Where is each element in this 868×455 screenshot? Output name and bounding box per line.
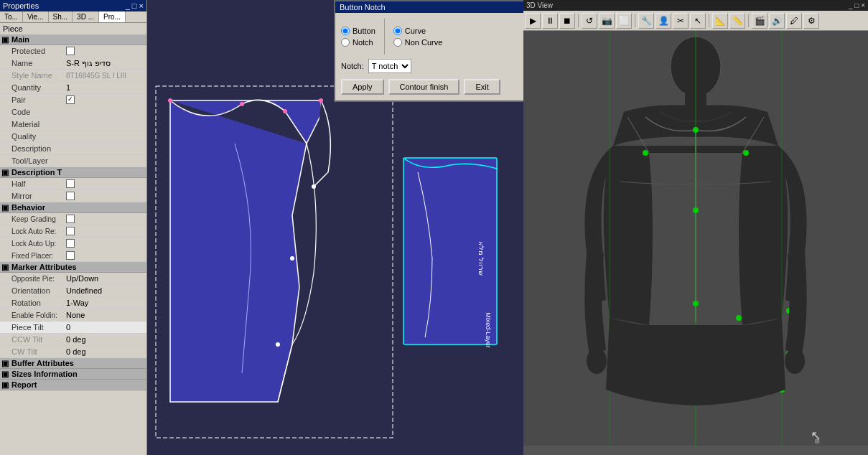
toolbar-cursor-btn[interactable]: ↖ bbox=[690, 13, 706, 29]
prop-piece-tilt: Piece Tilt 0 bbox=[0, 322, 146, 334]
section-marker-header[interactable]: ▣ Marker Attributes bbox=[0, 262, 146, 273]
tab-to[interactable]: To... bbox=[0, 11, 23, 22]
tab-sh[interactable]: Sh... bbox=[49, 11, 73, 22]
section-report-header[interactable]: ▣ Report bbox=[0, 380, 146, 390]
properties-panel: Properties _ □ × To... Vie... Sh... 3D .… bbox=[0, 0, 147, 455]
prop-name: Name S-R סדיפ גוף bbox=[0, 57, 146, 70]
prop-fixed-placer-checkbox[interactable] bbox=[66, 251, 75, 260]
tab-pro[interactable]: Pro... bbox=[99, 11, 126, 22]
apply-button[interactable]: Apply bbox=[341, 79, 384, 95]
notch-label: Notch: bbox=[341, 62, 364, 70]
prop-lock-auto-re-label: Lock Auto Re: bbox=[1, 228, 66, 235]
prop-keep-grading-checkbox[interactable] bbox=[66, 215, 75, 223]
prop-quantity-value[interactable]: 1 bbox=[66, 83, 145, 92]
prop-rotation-label: Rotation bbox=[1, 299, 66, 307]
prop-opposite-pie-value[interactable]: Up/Down bbox=[66, 274, 145, 283]
prop-keep-grading-label: Keep Grading bbox=[1, 215, 66, 223]
prop-name-label: Name bbox=[1, 59, 66, 67]
prop-lock-auto-re-checkbox[interactable] bbox=[66, 227, 75, 235]
prop-lock-auto-up-label: Lock Auto Up: bbox=[1, 240, 66, 248]
contour-finish-button[interactable]: Contour finish bbox=[388, 79, 460, 95]
prop-half-checkbox[interactable] bbox=[66, 179, 75, 188]
toolbar-pen-btn[interactable]: 🖊 bbox=[786, 13, 802, 29]
prop-opposite-pie: Opposite Pie: Up/Down bbox=[0, 273, 146, 285]
tab-3d[interactable]: 3D ... bbox=[73, 11, 99, 22]
svg-point-22 bbox=[693, 127, 699, 133]
prop-quality: Quality bbox=[0, 131, 146, 143]
dialog-group2: Curve Non Curve bbox=[393, 27, 443, 47]
toolbar-settings-btn[interactable]: ⚙ bbox=[803, 13, 819, 29]
right-title: 3D View bbox=[526, 1, 553, 9]
section-sizes-label: Sizes Information bbox=[11, 370, 78, 378]
expand-report-icon: ▣ bbox=[1, 380, 10, 389]
prop-fixed-placer: Fixed Placer: bbox=[0, 250, 146, 262]
prop-pair-checkbox[interactable] bbox=[66, 95, 75, 104]
prop-piece-tilt-value[interactable]: 0 bbox=[66, 323, 145, 332]
toolbar-frame-btn[interactable]: ⬜ bbox=[616, 13, 632, 29]
svg-point-7 bbox=[240, 102, 244, 106]
toolbar-sound-btn[interactable]: 🔊 bbox=[769, 13, 785, 29]
prop-name-value[interactable]: S-R סדיפ גוף bbox=[66, 59, 145, 68]
expand-behavior-icon: ▣ bbox=[1, 203, 10, 212]
toolbar-measure-btn[interactable]: 📐 bbox=[712, 13, 728, 29]
toolbar-camera-btn[interactable]: 📷 bbox=[599, 13, 615, 29]
panel-title: Properties bbox=[3, 1, 39, 10]
exit-button[interactable]: Exit bbox=[464, 79, 500, 95]
radio-button-label: Button bbox=[353, 27, 375, 35]
radio-curve-input[interactable] bbox=[393, 27, 402, 35]
toolbar-tool-btn[interactable]: 🔧 bbox=[638, 13, 654, 29]
radio-non-curve-input[interactable] bbox=[393, 38, 402, 47]
radio-button[interactable]: Button bbox=[341, 27, 375, 35]
prop-code-label: Code bbox=[1, 108, 66, 116]
prop-enable-folding: Enable Foldin: None bbox=[0, 309, 146, 322]
prop-description-label: Description bbox=[1, 144, 66, 153]
prop-keep-grading: Keep Grading bbox=[0, 213, 146, 225]
section-behavior-label: Behavior bbox=[11, 203, 45, 212]
toolbar-person-btn[interactable]: 👤 bbox=[655, 13, 671, 29]
radio-button-input[interactable] bbox=[341, 27, 350, 35]
toolbar-reset-btn[interactable]: ↺ bbox=[582, 13, 597, 29]
notch-select[interactable]: T notch V notch U notch bbox=[368, 59, 411, 73]
svg-point-31 bbox=[587, 348, 607, 374]
section-main-header[interactable]: ▣ Main bbox=[0, 34, 146, 45]
radio-non-curve[interactable]: Non Curve bbox=[393, 38, 443, 47]
radio-curve-label: Curve bbox=[405, 27, 426, 35]
panel-tabs: To... Vie... Sh... 3D ... Pro... bbox=[0, 11, 146, 23]
toolbar-stop-btn[interactable]: ⏹ bbox=[559, 13, 575, 29]
prop-rotation-value[interactable]: 1-Way bbox=[66, 299, 145, 307]
tab-vie[interactable]: Vie... bbox=[23, 11, 49, 22]
svg-text:שרוול מלא: שרוול מלא bbox=[477, 241, 485, 276]
prop-enable-folding-value[interactable]: None bbox=[66, 311, 145, 319]
prop-orientation-value[interactable]: Undefined bbox=[66, 286, 145, 295]
radio-notch-label: Notch bbox=[353, 38, 373, 47]
radio-curve[interactable]: Curve bbox=[393, 27, 443, 35]
prop-style-name: Style Name 8T16845G SL I LIII bbox=[0, 70, 146, 82]
toolbar-record-btn[interactable]: 🎬 bbox=[752, 13, 767, 29]
prop-ccw-tilt: CCW Tilt 0 deg bbox=[0, 334, 146, 346]
section-description-header[interactable]: ▣ Description T bbox=[0, 167, 146, 178]
radio-notch-input[interactable] bbox=[341, 38, 350, 47]
section-report-label: Report bbox=[11, 380, 37, 389]
toolbar-ruler-btn[interactable]: 📏 bbox=[729, 13, 745, 29]
prop-protected-checkbox[interactable] bbox=[66, 47, 75, 55]
prop-ccw-tilt-label: CCW Tilt bbox=[1, 335, 66, 344]
toolbar-cut-btn[interactable]: ✂ bbox=[673, 13, 689, 29]
pattern-canvas[interactable]: Button Notch × Button Notch bbox=[147, 0, 523, 455]
svg-point-32 bbox=[785, 348, 805, 374]
svg-text:Mixed-Layer: Mixed-Layer bbox=[485, 312, 492, 348]
toolbar-sep1 bbox=[578, 14, 579, 27]
section-sizes-header[interactable]: ▣ Sizes Information bbox=[0, 369, 146, 380]
section-behavior-header[interactable]: ▣ Behavior bbox=[0, 202, 146, 213]
prop-protected-label: Protected bbox=[1, 47, 66, 55]
prop-pair: Pair bbox=[0, 94, 146, 106]
radio-notch[interactable]: Notch bbox=[341, 38, 375, 47]
toolbar-play-btn[interactable]: ▶ bbox=[525, 13, 541, 29]
viewport-3d[interactable]: ↖ ⊕ bbox=[523, 31, 868, 446]
expand-buffer-icon: ▣ bbox=[1, 359, 10, 367]
prop-mirror-checkbox[interactable] bbox=[66, 192, 75, 200]
toolbar-pause-btn[interactable]: ⏸ bbox=[542, 13, 558, 29]
dialog-notch-row: Notch: T notch V notch U notch bbox=[341, 59, 523, 73]
prop-lock-auto-up-checkbox[interactable] bbox=[66, 239, 75, 248]
section-buffer-header[interactable]: ▣ Buffer Attributes bbox=[0, 358, 146, 369]
panel-titlebar: Properties _ □ × bbox=[0, 0, 146, 11]
